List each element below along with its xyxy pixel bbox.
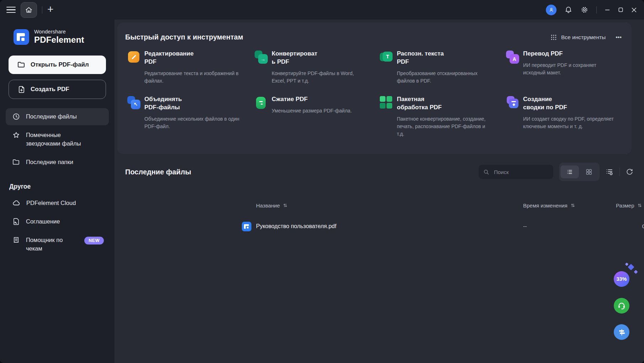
sidebar-item-recent-files[interactable]: Последние файлы <box>6 108 109 125</box>
ocr-pdf-icon: T <box>380 51 394 65</box>
file-name: Руководство пользователя.pdf <box>256 223 336 230</box>
notifications-button[interactable] <box>564 6 573 14</box>
tool-translate-pdf[interactable]: A Перевод PDF ИИ переводит PDF и сохраня… <box>506 50 632 85</box>
tool-title: Конвертироват ь PDF <box>272 50 380 66</box>
tool-desc: Пакетное конвертирование, создание, печа… <box>397 115 494 138</box>
recent-files-header: Последние файлы <box>125 163 634 181</box>
sidebar-item-starred-files[interactable]: Помеченные звездочками файлы <box>6 127 109 152</box>
folder-icon <box>12 158 20 166</box>
dots-grid-icon <box>550 34 557 41</box>
search-icon <box>483 169 490 175</box>
more-menu-button[interactable]: ••• <box>616 34 622 41</box>
tool-convert-pdf[interactable]: → Конвертироват ь PDF Конвертируйте PDF-… <box>255 50 380 85</box>
new-badge: NEW <box>84 237 104 244</box>
refresh-button[interactable] <box>626 168 634 176</box>
column-modified[interactable]: Время изменения <box>523 202 616 209</box>
all-tools-button[interactable]: Все инструменты <box>550 34 606 41</box>
translate-pdf-icon: A <box>506 51 520 65</box>
minimize-button[interactable] <box>605 7 610 13</box>
clear-list-button[interactable] <box>605 168 614 176</box>
sort-icon <box>283 203 288 208</box>
edit-pdf-icon <box>127 51 142 65</box>
tools-grid: Редактирование PDF Редактирование текста… <box>117 41 632 138</box>
controls-divider <box>619 168 620 176</box>
support-button[interactable] <box>614 298 629 314</box>
sidebar-item-label: Помощник по чекам <box>26 236 72 253</box>
sidebar-item-label: PDFelement Cloud <box>26 199 76 207</box>
list-view-icon <box>566 168 573 175</box>
merge-pdf-icon: ↖ <box>127 96 142 110</box>
tool-desc: ИИ переводит PDF и сохраняет исходный ма… <box>523 62 620 77</box>
tab-divider <box>42 6 42 14</box>
sidebar-item-pdfelement-cloud[interactable]: PDFelement Cloud <box>6 195 109 212</box>
gear-icon <box>580 6 589 14</box>
title-bar: + <box>0 0 644 20</box>
grid-view-icon <box>585 168 592 175</box>
sidebar: Wondershare PDFelement Открыть PDF-файл … <box>0 20 115 363</box>
window-controls-divider <box>596 6 597 14</box>
sidebar-item-recent-folders[interactable]: Последние папки <box>6 154 109 171</box>
compress-pdf-icon <box>255 96 269 110</box>
other-section-header: Другое <box>9 183 115 190</box>
list-view-button[interactable] <box>560 165 579 178</box>
star-icon <box>12 131 20 139</box>
search-input[interactable] <box>493 169 549 175</box>
app-logo: Wondershare PDFelement <box>14 29 115 45</box>
tool-title: Распозн. текста PDF <box>397 50 506 66</box>
view-toggle <box>559 163 600 181</box>
agreement-doc-icon <box>12 217 20 226</box>
clear-list-icon <box>605 168 614 176</box>
guide-button[interactable] <box>614 324 629 340</box>
sidebar-item-label: Соглашение <box>26 217 60 226</box>
close-button[interactable] <box>631 7 637 13</box>
grid-view-button[interactable] <box>580 165 598 178</box>
new-tab-button[interactable]: + <box>47 5 54 15</box>
home-icon <box>25 6 33 14</box>
all-tools-label: Все инструменты <box>561 34 606 41</box>
tool-merge-pdf[interactable]: ↖ Объединять PDF-файлы Объединение неско… <box>127 95 255 138</box>
sidebar-item-receipt-assistant[interactable]: Помощник по чекам NEW <box>6 232 109 257</box>
open-pdf-button[interactable]: Открыть PDF-файл <box>9 56 106 74</box>
main-content: Быстрый доступ к инструментам Все инстру… <box>115 20 644 363</box>
sidebar-item-label: Последние файлы <box>26 112 77 121</box>
refresh-icon <box>626 168 634 176</box>
home-tab-button[interactable] <box>21 2 37 18</box>
file-modified: -- <box>523 223 616 230</box>
account-avatar[interactable] <box>546 5 557 15</box>
column-name[interactable]: Название <box>256 202 523 209</box>
tool-compress-pdf[interactable]: Сжатие PDF Уменьшение размера PDF-файла. <box>255 95 380 138</box>
sidebar-item-label: Помеченные звездочками файлы <box>26 131 94 148</box>
settings-button[interactable] <box>580 6 589 14</box>
discount-label: 33% <box>616 276 627 282</box>
maximize-button[interactable] <box>618 7 623 12</box>
signpost-icon <box>617 328 626 337</box>
column-size[interactable]: Размер <box>616 202 644 209</box>
brand-line2: PDFelement <box>34 35 84 45</box>
table-row[interactable]: Руководство пользователя.pdf -- 0 КБ <box>256 216 623 237</box>
tool-ocr-pdf[interactable]: T Распозн. текста PDF Преобразование отс… <box>380 50 506 85</box>
tool-summarize-pdf[interactable]: Создание сводки по PDF ИИ создает сводку… <box>506 95 632 138</box>
column-label: Время изменения <box>523 202 568 209</box>
tool-desc: Редактирование текста и изображений в фа… <box>144 70 241 85</box>
close-icon <box>631 7 637 13</box>
sidebar-item-agreement[interactable]: Соглашение <box>6 213 109 230</box>
column-label: Название <box>256 202 280 209</box>
sidebar-item-label: Последние папки <box>26 158 73 167</box>
table-header: Название Время изменения <box>256 198 623 213</box>
tool-desc: Конвертируйте PDF-файлы в Word, Excel, P… <box>272 70 368 85</box>
sort-icon <box>637 203 642 208</box>
receipt-icon <box>12 236 20 244</box>
tool-title: Пакетная обработка PDF <box>397 95 506 112</box>
tool-edit-pdf[interactable]: Редактирование PDF Редактирование текста… <box>127 50 255 85</box>
main-menu-button[interactable] <box>6 7 16 13</box>
bell-icon <box>564 6 573 14</box>
discount-badge-button[interactable]: 33% <box>614 271 629 287</box>
open-pdf-label: Открыть PDF-файл <box>31 61 89 68</box>
tool-title: Сжатие PDF <box>272 95 380 104</box>
summarize-pdf-icon <box>506 96 520 110</box>
tool-batch-pdf[interactable]: Пакетная обработка PDF Пакетное конверти… <box>380 95 506 138</box>
plus-icon: + <box>47 4 54 15</box>
search-box <box>479 165 553 179</box>
create-pdf-button[interactable]: Создать PDF <box>9 80 106 99</box>
file-size: 0 КБ <box>616 223 644 230</box>
